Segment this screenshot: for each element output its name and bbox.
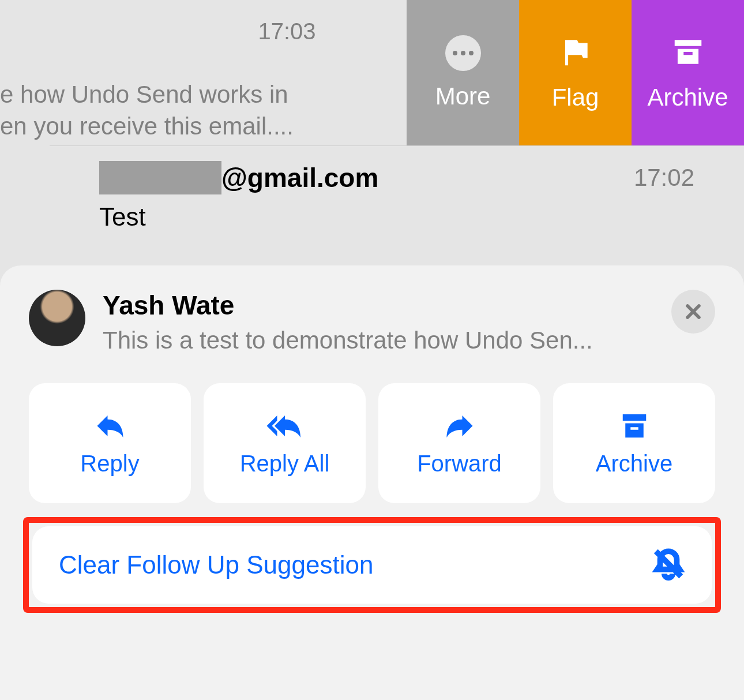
reply-all-label: Reply All <box>240 451 330 477</box>
more-icon <box>445 35 481 71</box>
bell-slash-icon <box>652 547 685 583</box>
action-sheet: Yash Wate This is a test to demonstrate … <box>0 265 744 700</box>
sender-domain: @gmail.com <box>221 162 378 193</box>
swipe-flag-label: Flag <box>552 84 599 111</box>
clear-followup-highlight: Clear Follow Up Suggestion <box>23 517 721 613</box>
swipe-actions: More Flag Archive <box>407 0 744 145</box>
reply-label: Reply <box>80 451 139 477</box>
reply-all-icon <box>266 410 303 441</box>
reply-icon <box>92 410 129 441</box>
reply-all-button[interactable]: Reply All <box>204 383 366 503</box>
avatar <box>29 290 85 346</box>
email-preview-line2: en you receive this email.... <box>0 111 407 143</box>
sheet-snippet: This is a test to demonstrate how Undo S… <box>103 327 654 354</box>
email-list-item[interactable]: @gmail.com 17:02 Test <box>50 145 744 272</box>
close-icon <box>683 302 703 321</box>
email-time-top: 17:03 <box>167 18 407 44</box>
redacted-sender <box>99 161 221 194</box>
sheet-sender-name: Yash Wate <box>103 290 654 321</box>
archive-label: Archive <box>596 451 672 477</box>
forward-icon <box>441 410 478 441</box>
swiped-email-row: 17:03 e how Undo Send works in en you re… <box>0 0 744 145</box>
archive-action-icon <box>616 410 653 441</box>
sender-email: @gmail.com <box>99 161 378 194</box>
forward-label: Forward <box>417 451 502 477</box>
swipe-flag-button[interactable]: Flag <box>519 0 632 145</box>
swipe-more-label: More <box>435 83 491 110</box>
swipe-archive-label: Archive <box>647 84 728 111</box>
archive-icon <box>670 34 706 72</box>
email-preview-swiped[interactable]: 17:03 e how Undo Send works in en you re… <box>0 0 407 145</box>
email-time: 17:02 <box>634 164 694 192</box>
email-preview-line1: e how Undo Send works in <box>0 79 407 111</box>
close-button[interactable] <box>671 290 715 334</box>
email-subject: Test <box>99 203 694 231</box>
swipe-more-button[interactable]: More <box>407 0 519 145</box>
action-buttons-row: Reply Reply All Forward Archive <box>29 383 715 503</box>
archive-button[interactable]: Archive <box>553 383 715 503</box>
swipe-archive-button[interactable]: Archive <box>632 0 744 145</box>
clear-followup-button[interactable]: Clear Follow Up Suggestion <box>32 526 712 604</box>
flag-icon <box>558 34 593 72</box>
clear-followup-label: Clear Follow Up Suggestion <box>59 551 373 579</box>
reply-button[interactable]: Reply <box>29 383 191 503</box>
forward-button[interactable]: Forward <box>378 383 540 503</box>
